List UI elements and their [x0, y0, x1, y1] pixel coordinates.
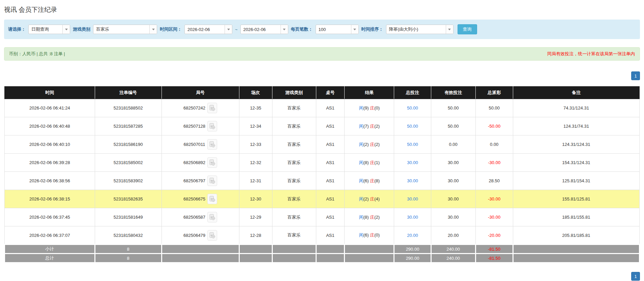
cell-result: 闲(6) 庄(8): [345, 172, 394, 190]
video-replay-icon[interactable]: [207, 157, 217, 168]
game-type-select[interactable]: 百家乐: [93, 25, 157, 34]
cell-table-no: AS1: [316, 208, 345, 226]
page-1-button[interactable]: 1: [631, 272, 640, 281]
cell-time: 2026-02-06 06:37:07: [5, 226, 95, 245]
game-type-label: 游戏类别: [73, 26, 90, 32]
chevron-down-icon[interactable]: [281, 25, 288, 34]
date-to-select[interactable]: 2026-02-06: [240, 25, 288, 34]
column-header: 时间: [5, 87, 95, 99]
column-header: 结果: [345, 87, 394, 99]
query-type-select[interactable]: 日期查询: [28, 25, 70, 34]
table-row: 2026-02-06 06:39:28523181585002682506892…: [5, 154, 640, 172]
cell-total-bet-link[interactable]: 20.00: [394, 226, 431, 245]
cell-game-type: 百家乐: [272, 208, 316, 226]
cell-valid-bet: 20.00: [431, 226, 475, 245]
time-sort-select[interactable]: 降幂(由大到小): [386, 25, 453, 34]
cell-valid-bet: 30.00: [431, 172, 475, 190]
result-banker: 庄: [370, 105, 374, 111]
query-type-label: 请选择：: [8, 26, 26, 32]
subtotal-count: 8: [95, 245, 162, 254]
cell-remark: 205.81/185.81: [513, 226, 639, 245]
chevron-down-icon[interactable]: [351, 25, 358, 34]
cell-result: 闲(2) 庄(2): [345, 135, 394, 154]
page-title: 视讯 会员下注纪录: [4, 5, 640, 14]
cell-valid-bet: 30.00: [431, 154, 475, 172]
cell-round-id: 682506892: [162, 154, 239, 172]
cell-result: 闲(6) 庄(0): [345, 226, 394, 245]
result-banker: 庄: [370, 160, 374, 165]
table-row: 2026-02-06 06:37:07523181580432682506479…: [5, 226, 640, 245]
result-player: 闲: [359, 215, 363, 220]
pagination-top: 1: [4, 71, 640, 80]
cell-table-no: AS1: [316, 226, 345, 245]
cell-bet-id: 523181582635: [95, 190, 162, 208]
column-header: 总派彩: [475, 87, 513, 99]
pagination-bottom: 1: [4, 272, 640, 281]
cell-payout: -20.00: [475, 226, 513, 245]
cell-round-id: 682507011: [162, 135, 239, 154]
subtotal-row: 小计 8 290.00 240.00 -81.50: [5, 245, 640, 254]
date-to-value: 2026-02-06: [241, 25, 281, 34]
cell-valid-bet: 50.00: [431, 117, 475, 135]
cell-table-no: AS1: [316, 99, 345, 117]
cell-bet-id: 523181583902: [95, 172, 162, 190]
cell-table-no: AS1: [316, 154, 345, 172]
result-banker: 庄: [370, 124, 374, 129]
page-size-select[interactable]: 100: [316, 25, 359, 34]
chevron-down-icon[interactable]: [149, 25, 157, 34]
cell-total-bet-link[interactable]: 30.00: [394, 208, 431, 226]
currency-summary-text: 币别：人民币 | 总共 :8 注单 |: [9, 51, 65, 57]
cell-game-type: 百家乐: [272, 190, 316, 208]
cell-bet-id: 523181587285: [95, 117, 162, 135]
cell-remark: 185.81/155.81: [513, 208, 639, 226]
date-from-select[interactable]: 2026-02-06: [184, 25, 232, 34]
cell-total-bet-link[interactable]: 50.00: [394, 99, 431, 117]
cell-round-id: 682507128: [162, 117, 239, 135]
cell-total-bet-link[interactable]: 30.00: [394, 172, 431, 190]
video-replay-icon[interactable]: [207, 103, 217, 113]
cell-time: 2026-02-06 06:38:56: [5, 172, 95, 190]
column-header: 总投注: [394, 87, 431, 99]
cell-time: 2026-02-06 06:41:24: [5, 99, 95, 117]
table-header-row: 时间注单编号局号场次游戏类别桌号结果总投注有效投注总派彩备注: [5, 87, 640, 99]
cell-table-no: AS1: [316, 172, 345, 190]
cell-remark: 125.81/154.31: [513, 172, 639, 190]
cell-bet-id: 523181585002: [95, 154, 162, 172]
page: 视讯 会员下注纪录 请选择： 日期查询 游戏类别 百家乐 时间区间： 2026-…: [0, 5, 644, 281]
result-banker: 庄: [370, 232, 374, 238]
result-banker: 庄: [370, 215, 374, 220]
date-range-separator: ~: [235, 27, 238, 32]
chevron-down-icon[interactable]: [446, 25, 453, 34]
video-replay-icon[interactable]: [207, 139, 217, 150]
time-sort-value: 降幂(由大到小): [386, 25, 446, 34]
table-row: 2026-02-06 06:41:24523181588502682507242…: [5, 99, 640, 117]
cell-remark: 124.31/74.31: [513, 117, 639, 135]
cell-time: 2026-02-06 06:37:45: [5, 208, 95, 226]
video-replay-icon[interactable]: [207, 176, 217, 186]
column-header: 场次: [239, 87, 272, 99]
cell-round-id: 682507242: [162, 99, 239, 117]
video-replay-icon[interactable]: [207, 212, 217, 222]
result-player: 闲: [359, 105, 363, 111]
bet-records-table: 时间注单编号局号场次游戏类别桌号结果总投注有效投注总派彩备注 2026-02-0…: [4, 86, 640, 263]
cell-payout: -30.00: [475, 154, 513, 172]
cell-total-bet-link[interactable]: 50.00: [394, 117, 431, 135]
chevron-down-icon[interactable]: [225, 25, 232, 34]
table-row: 2026-02-06 06:38:15523181582635682506675…: [5, 190, 640, 208]
cell-result: 闲(7) 庄(2): [345, 117, 394, 135]
video-replay-icon[interactable]: [207, 230, 217, 241]
cell-total-bet-link[interactable]: 30.00: [394, 154, 431, 172]
grand-total-row: 总计 8 290.00 240.00 -81.50: [5, 254, 640, 263]
cell-total-bet-link[interactable]: 30.00: [394, 190, 431, 208]
result-player: 闲: [359, 142, 363, 147]
time-sort-label: 时间排序：: [361, 26, 383, 32]
cell-total-bet-link[interactable]: 50.00: [394, 135, 431, 154]
video-replay-icon[interactable]: [207, 121, 217, 131]
page-1-button[interactable]: 1: [631, 71, 640, 80]
cell-session: 12-28: [239, 226, 272, 245]
video-replay-icon[interactable]: [207, 194, 217, 204]
cell-remark: 74.31/124.31: [513, 99, 639, 117]
cell-remark: 124.31/124.31: [513, 135, 639, 154]
search-button[interactable]: 查询: [458, 24, 477, 34]
chevron-down-icon[interactable]: [62, 25, 70, 34]
